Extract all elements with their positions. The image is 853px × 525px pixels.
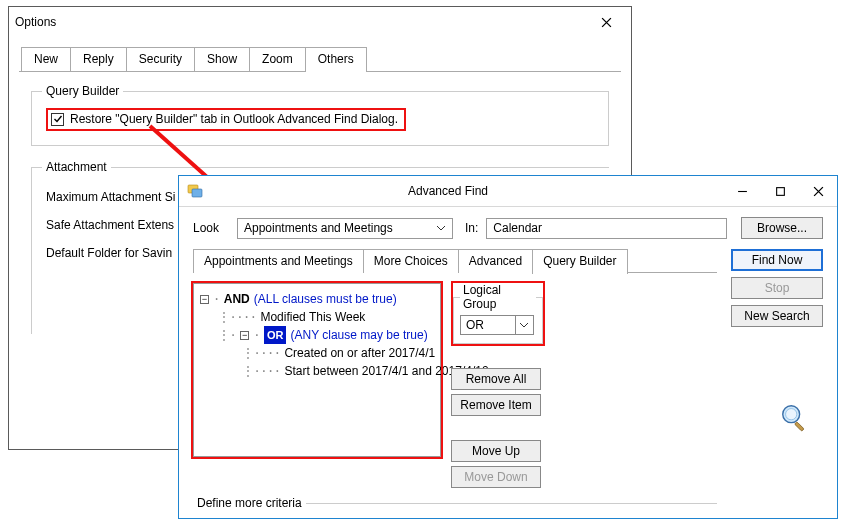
options-tabstrip: New Reply Security Show Zoom Others: [9, 37, 631, 71]
minimize-icon[interactable]: [723, 177, 761, 205]
magnifier-icon: [779, 402, 809, 435]
remove-all-button[interactable]: Remove All: [451, 368, 541, 390]
and-node: AND: [224, 290, 250, 308]
in-label: In:: [465, 221, 478, 235]
close-icon[interactable]: [799, 177, 837, 205]
look-label: Look: [193, 221, 229, 235]
new-search-button[interactable]: New Search: [731, 305, 823, 327]
svg-point-4: [786, 409, 797, 420]
and-note: (ALL clauses must be true): [254, 290, 397, 308]
logical-group-fieldset: Logical Group OR: [453, 283, 543, 344]
tab-others[interactable]: Others: [305, 47, 367, 72]
move-up-button[interactable]: Move Up: [451, 440, 541, 462]
close-icon[interactable]: [587, 8, 625, 36]
move-down-button: Move Down: [451, 466, 541, 488]
options-title: Options: [15, 15, 56, 29]
find-now-button[interactable]: Find Now: [731, 249, 823, 271]
restore-qb-label: Restore "Query Builder" tab in Outlook A…: [70, 112, 398, 126]
query-builder-legend: Query Builder: [42, 84, 123, 98]
or-node: OR: [264, 326, 287, 344]
created-node[interactable]: Created on or after 2017/4/1: [284, 344, 435, 362]
collapse-icon[interactable]: −: [200, 295, 209, 304]
tab-query-builder[interactable]: Query Builder: [532, 249, 627, 274]
look-combo[interactable]: Appointments and Meetings: [237, 218, 453, 239]
svg-rect-1: [192, 189, 202, 197]
query-builder-group: Query Builder Restore "Query Builder" ta…: [31, 84, 609, 146]
svg-rect-2: [776, 187, 784, 195]
look-value: Appointments and Meetings: [244, 221, 433, 235]
logical-group-combo[interactable]: OR: [460, 315, 534, 335]
collapse-icon[interactable]: −: [240, 331, 249, 340]
af-body: Look Appointments and Meetings In: Calen…: [179, 207, 837, 518]
tab-zoom[interactable]: Zoom: [249, 47, 306, 71]
chevron-down-icon: [515, 316, 531, 334]
remove-item-button[interactable]: Remove Item: [451, 394, 541, 416]
browse-button[interactable]: Browse...: [741, 217, 823, 239]
tab-new[interactable]: New: [21, 47, 71, 71]
in-field[interactable]: Calendar: [486, 218, 727, 239]
query-tree[interactable]: − · AND (ALL clauses must be true) ⋮····…: [193, 283, 441, 457]
modified-node[interactable]: Modified This Week: [260, 308, 365, 326]
af-titlebar: Advanced Find: [179, 176, 837, 207]
attachment-legend: Attachment: [42, 160, 111, 174]
af-title: Advanced Find: [203, 184, 723, 198]
define-criteria-legend: Define more criteria: [193, 496, 306, 510]
tab-reply[interactable]: Reply: [70, 47, 127, 71]
stop-button: Stop: [731, 277, 823, 299]
restore-qb-checkbox[interactable]: [51, 113, 64, 126]
in-value: Calendar: [493, 221, 542, 235]
svg-rect-5: [794, 422, 804, 432]
advanced-find-dialog: Advanced Find Look Appointments and Meet…: [178, 175, 838, 519]
maximize-icon[interactable]: [761, 177, 799, 205]
tab-show[interactable]: Show: [194, 47, 250, 71]
or-note: (ANY clause may be true): [290, 326, 427, 344]
define-criteria-group: Define more criteria: [193, 496, 717, 510]
logical-group-value: OR: [466, 318, 515, 332]
app-icon: [187, 183, 203, 199]
tab-advanced[interactable]: Advanced: [458, 249, 533, 273]
tab-security[interactable]: Security: [126, 47, 195, 71]
logical-group-legend: Logical Group: [460, 283, 536, 311]
tab-more-choices[interactable]: More Choices: [363, 249, 459, 273]
options-titlebar: Options: [9, 7, 631, 37]
tab-appointments[interactable]: Appointments and Meetings: [193, 249, 364, 273]
af-tabstrip: Appointments and Meetings More Choices A…: [193, 249, 717, 273]
chevron-down-icon: [433, 219, 448, 238]
